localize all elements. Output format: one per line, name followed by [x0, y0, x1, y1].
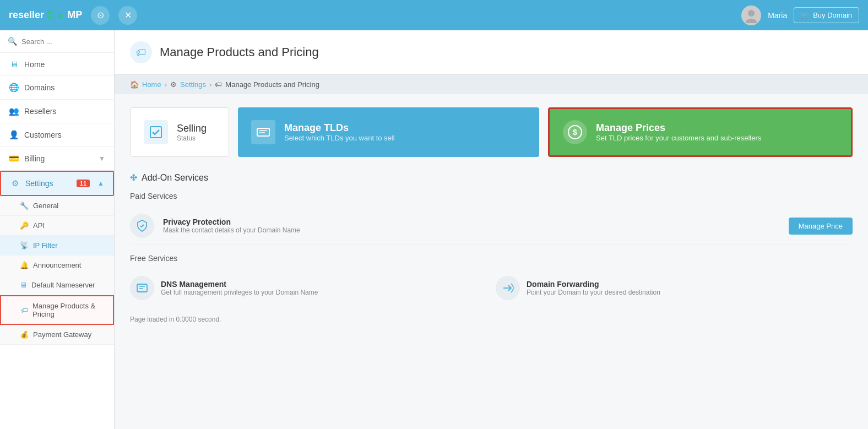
sidebar-item-customers[interactable]: 👤 Customers: [0, 123, 114, 147]
page-header-icon: 🏷: [130, 41, 152, 63]
tlds-card-title: Manage TLDs: [284, 122, 395, 134]
breadcrumb-sep2: ›: [209, 80, 211, 89]
privacy-protection-info: Privacy Protection Mask the contact deta…: [163, 218, 780, 234]
dns-management-icon: [130, 276, 154, 300]
prices-card[interactable]: $ Manage Prices Set TLD prices for your …: [548, 107, 853, 157]
logo-camp: C: [46, 9, 54, 21]
domains-icon: 🌐: [9, 83, 19, 93]
sidebar-label-settings: Settings: [25, 179, 71, 188]
svg-point-1: [746, 19, 757, 23]
privacy-protection-row: Privacy Protection Mask the contact deta…: [130, 207, 853, 245]
domain-forwarding-info: Domain Forwarding Point your Domain to y…: [527, 280, 853, 296]
dns-management-name: DNS Management: [161, 280, 487, 289]
logo-mp: MP: [67, 9, 82, 21]
logo-text: reseller: [9, 9, 44, 21]
cards-row: Selling Status Manage TLDs Select which …: [130, 107, 853, 157]
sidebar-label-ip-filter: IP Filter: [33, 241, 58, 249]
svg-rect-3: [257, 128, 269, 136]
sidebar-label-payment-gateway: Payment Gateway: [33, 330, 91, 339]
ip-filter-icon: 📡: [20, 241, 29, 249]
nav-close-icon[interactable]: ✕: [118, 6, 137, 25]
sidebar-item-general[interactable]: 🔧 General: [0, 196, 114, 216]
prices-card-title: Manage Prices: [596, 122, 761, 134]
privacy-protection-desc: Mask the contact details of your Domain …: [163, 226, 780, 234]
sidebar-search-container: 🔍: [0, 30, 114, 53]
sidebar-item-manage-products[interactable]: 🏷 Manage Products & Pricing: [0, 295, 114, 325]
home-icon: 🖥: [9, 59, 19, 69]
logo[interactable]: resellerC▲MP: [9, 9, 82, 21]
billing-chevron-icon: ▼: [99, 155, 105, 162]
sidebar-label-customers: Customers: [24, 131, 105, 139]
breadcrumb-current: Manage Products and Pricing: [225, 80, 319, 89]
sidebar-label-general: General: [33, 202, 58, 210]
user-name-label: Maria: [768, 11, 787, 20]
free-services-title: Free Services: [130, 254, 853, 263]
prices-card-text: Manage Prices Set TLD prices for your cu…: [596, 122, 761, 142]
sidebar-item-announcement[interactable]: 🔔 Announcement: [0, 256, 114, 275]
sidebar-label-manage-products: Manage Products & Pricing: [32, 302, 104, 318]
sidebar-label-home: Home: [24, 60, 105, 69]
nav-refresh-icon[interactable]: ⊙: [91, 6, 110, 25]
sidebar-label-domains: Domains: [24, 83, 105, 92]
search-input[interactable]: [21, 37, 106, 46]
prices-card-subtitle: Set TLD prices for your customers and su…: [596, 134, 761, 142]
top-navigation: resellerC▲MP ⊙ ✕ Maria 🛒 Buy Domain: [0, 0, 868, 30]
free-services-row: DNS Management Get full management privi…: [130, 269, 853, 307]
sidebar-label-resellers: Resellers: [24, 107, 105, 116]
announcement-icon: 🔔: [20, 261, 29, 269]
selling-card-icon: [144, 120, 168, 144]
sidebar-item-ip-filter[interactable]: 📡 IP Filter: [0, 236, 114, 256]
search-icon: 🔍: [8, 37, 17, 46]
privacy-protection-name: Privacy Protection: [163, 218, 780, 226]
page-footer: Page loaded in 0.0000 second.: [130, 307, 853, 323]
domain-forwarding-desc: Point your Domain to your desired destin…: [527, 289, 853, 296]
sidebar-label-api: API: [33, 221, 45, 230]
logo-arrow: ▲: [57, 10, 66, 20]
svg-point-0: [748, 10, 755, 17]
sidebar-item-nameserver[interactable]: 🖥 Default Nameserver: [0, 275, 114, 295]
content-area: 🏷 Manage Products and Pricing 🏠 Home › ⚙…: [115, 30, 868, 429]
home-icon-bc: 🏠: [130, 80, 139, 89]
selling-card-text: Selling Status: [177, 123, 207, 142]
sidebar-item-payment-gateway[interactable]: 💰 Payment Gateway: [0, 325, 114, 345]
prices-card-icon: $: [563, 120, 587, 144]
general-icon: 🔧: [20, 202, 29, 210]
selling-card-subtitle: Status: [177, 134, 207, 142]
svg-text:$: $: [573, 128, 577, 137]
tlds-card[interactable]: Manage TLDs Select which TLDs you want t…: [238, 107, 539, 157]
dns-management-item: DNS Management Get full management privi…: [130, 276, 487, 300]
breadcrumb-home[interactable]: Home: [142, 80, 161, 89]
nameserver-icon: 🖥: [20, 281, 27, 289]
domain-forwarding-item: Domain Forwarding Point your Domain to y…: [496, 276, 853, 300]
paid-services-title: Paid Services: [130, 192, 853, 200]
privacy-protection-icon: [130, 214, 154, 238]
cart-icon: 🛒: [801, 11, 810, 19]
svg-rect-2: [150, 127, 161, 138]
sidebar: 🔍 🖥 Home 🌐 Domains 👥 Resellers 👤 Custome…: [0, 30, 115, 429]
addon-section-title: ✤ Add-On Services: [130, 172, 853, 183]
resellers-icon: 👥: [9, 106, 19, 116]
manage-products-icon: 🏷: [21, 306, 28, 314]
selling-card[interactable]: Selling Status: [130, 107, 229, 157]
tlds-card-icon: [251, 120, 275, 144]
domain-forwarding-name: Domain Forwarding: [527, 280, 853, 289]
sidebar-item-domains[interactable]: 🌐 Domains: [0, 76, 114, 100]
api-icon: 🔑: [20, 221, 29, 230]
breadcrumb: 🏠 Home › ⚙ Settings › 🏷 Manage Products …: [115, 75, 868, 94]
dns-management-desc: Get full management privileges to your D…: [161, 289, 487, 296]
tlds-card-subtitle: Select which TLDs you want to sell: [284, 134, 395, 142]
sidebar-item-home[interactable]: 🖥 Home: [0, 53, 114, 76]
sidebar-item-api[interactable]: 🔑 API: [0, 216, 114, 236]
buy-domain-button[interactable]: 🛒 Buy Domain: [794, 7, 859, 23]
sidebar-item-settings[interactable]: ⚙ Settings 11 ▲: [0, 171, 114, 196]
sidebar-label-billing: Billing: [24, 154, 93, 163]
breadcrumb-settings[interactable]: Settings: [180, 80, 206, 89]
settings-icon: ⚙: [10, 178, 20, 188]
sidebar-item-billing[interactable]: 💳 Billing ▼: [0, 147, 114, 171]
page-header: 🏷 Manage Products and Pricing: [115, 30, 868, 75]
dns-management-info: DNS Management Get full management privi…: [161, 280, 487, 296]
manage-price-button[interactable]: Manage Price: [789, 218, 853, 235]
sidebar-label-nameserver: Default Nameserver: [31, 281, 95, 289]
payment-gateway-icon: 💰: [20, 330, 29, 339]
sidebar-item-resellers[interactable]: 👥 Resellers: [0, 100, 114, 123]
